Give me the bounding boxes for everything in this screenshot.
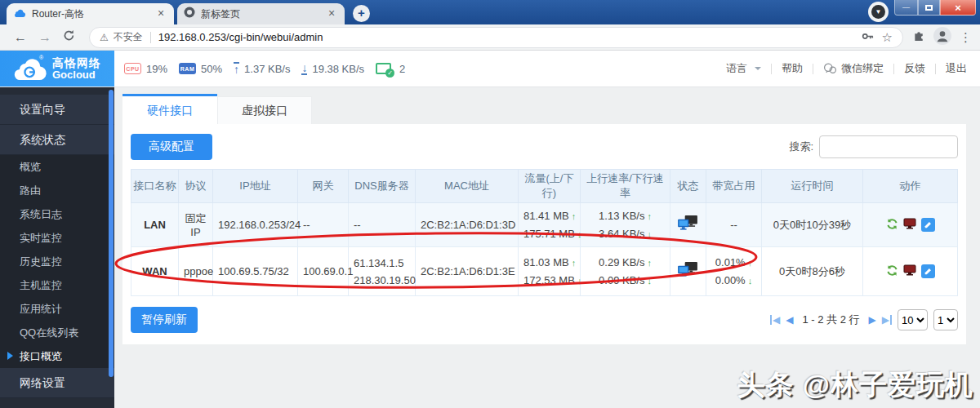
interface-table: 接口名称 协议 IP地址 网关 DNS服务器 MAC地址 流量(上/下行) 上行… bbox=[131, 169, 958, 296]
maximize-button[interactable] bbox=[918, 0, 940, 16]
advanced-config-button[interactable]: 高级配置 bbox=[131, 134, 212, 160]
forward-icon[interactable] bbox=[38, 30, 51, 45]
gocloud-logo[interactable]: ® 高恪网络 Gocloud bbox=[0, 51, 114, 86]
security-label: 不安全 bbox=[114, 30, 143, 44]
lan-mac-cell: 2C:B2:1A:D6:D1:3D bbox=[416, 203, 519, 247]
page-select[interactable]: 1 bbox=[933, 309, 958, 330]
reload-icon[interactable] bbox=[63, 29, 75, 45]
browser-address-bar: 不安全 192.168.0.253/cgi-bin/webui/admin bbox=[0, 24, 980, 51]
refresh-icon[interactable] bbox=[886, 264, 898, 279]
cpu-icon: CPU bbox=[124, 63, 141, 74]
next-page-icon[interactable] bbox=[869, 315, 876, 325]
pagination: 1 - 2 共 2 行 10 1 bbox=[770, 309, 958, 330]
newtab-favicon-icon bbox=[184, 7, 195, 21]
sidebar-item-app-stats[interactable]: 应用统计 bbox=[0, 297, 114, 321]
sidebar-section-system-status[interactable]: 系统状态 bbox=[0, 125, 114, 155]
online-devices-icon bbox=[376, 63, 391, 74]
down-arrow-icon bbox=[647, 276, 652, 286]
up-arrow-icon bbox=[647, 258, 652, 268]
sidebar-item-system-log[interactable]: 系统日志 bbox=[0, 202, 114, 226]
sidebar-item-history-monitor[interactable]: 历史监控 bbox=[0, 250, 114, 273]
up-arrow-icon bbox=[572, 258, 577, 268]
col-mac: MAC地址 bbox=[416, 170, 519, 203]
wechat-bind-link[interactable]: 微信绑定 bbox=[823, 61, 884, 76]
page-size-select[interactable]: 10 bbox=[898, 309, 928, 330]
lan-bandwidth-cell: -- bbox=[706, 203, 762, 247]
last-page-icon[interactable] bbox=[882, 315, 892, 325]
up-arrow-icon bbox=[647, 211, 652, 221]
up-arrow-icon bbox=[748, 258, 753, 268]
col-actions: 动作 bbox=[863, 170, 958, 203]
sidebar-item-interface-overview[interactable]: 接口概览 bbox=[0, 344, 114, 368]
tab-virtual-interface[interactable]: 虚拟接口 bbox=[217, 96, 312, 124]
minimize-button[interactable] bbox=[894, 0, 918, 16]
password-key-icon[interactable] bbox=[862, 30, 874, 45]
wechat-icon bbox=[823, 63, 837, 74]
feedback-link[interactable]: 反馈 bbox=[904, 61, 925, 76]
system-stats: CPU 19% RAM 50% 1.37 KB/s 19.38 KB/s 2 bbox=[124, 51, 405, 86]
lan-ip-cell: 192.168.0.253/24 bbox=[213, 203, 298, 247]
new-tab-button[interactable] bbox=[353, 5, 370, 22]
wan-ip-cell: 100.69.5.75/32 bbox=[213, 247, 298, 296]
close-tab-icon[interactable] bbox=[154, 7, 167, 20]
back-icon[interactable] bbox=[14, 30, 27, 45]
sidebar-item-qq-online-list[interactable]: QQ在线列表 bbox=[0, 321, 114, 344]
sidebar-section-network-settings[interactable]: 网络设置 bbox=[0, 368, 114, 398]
omnibox-divider bbox=[150, 32, 151, 43]
table-row-wan[interactable]: WAN pppoe 100.69.5.75/32 100.69.0.1 61.1… bbox=[131, 247, 958, 296]
close-window-button[interactable] bbox=[940, 0, 976, 16]
interface-panel: 高级配置 搜索: 接口名称 协议 bbox=[122, 124, 966, 344]
lan-status-cell bbox=[670, 203, 706, 247]
extensions-puzzle-icon[interactable] bbox=[913, 29, 925, 45]
browser-tab-newtab[interactable]: 新标签页 bbox=[177, 3, 345, 24]
tab-hardware-interface[interactable]: 硬件接口 bbox=[122, 94, 217, 124]
refresh-icon[interactable] bbox=[886, 218, 898, 233]
down-arrow-icon bbox=[748, 276, 753, 286]
table-row-lan[interactable]: LAN 固定IP 192.168.0.253/24 -- -- 2C:B2:1A… bbox=[131, 203, 958, 247]
sidebar-scrollbar[interactable] bbox=[109, 90, 114, 377]
header-menu: 语言 帮助 微信绑定 反馈 退出 bbox=[726, 51, 980, 86]
media-controls-button[interactable] bbox=[868, 2, 889, 22]
first-page-icon[interactable] bbox=[770, 315, 780, 325]
wan-bandwidth-cell: 0.01% 0.00% bbox=[706, 247, 762, 296]
col-name: 接口名称 bbox=[131, 170, 179, 203]
wan-actions-cell bbox=[863, 247, 958, 296]
upload-arrow-icon bbox=[234, 62, 239, 75]
sidebar-item-host-monitor[interactable]: 主机监控 bbox=[0, 273, 114, 297]
sidebar-item-routing[interactable]: 路由 bbox=[0, 179, 114, 202]
lan-rate-cell: 1.13 KB/s 3.64 KB/s bbox=[581, 203, 670, 247]
address-input[interactable]: 不安全 192.168.0.253/cgi-bin/webui/admin bbox=[89, 27, 903, 48]
search-input[interactable] bbox=[819, 135, 958, 158]
wan-status-cell bbox=[670, 247, 706, 296]
sidebar-item-realtime-monitor[interactable]: 实时监控 bbox=[0, 226, 114, 250]
wan-rate-cell: 0.29 KB/s 0.09 KB/s bbox=[581, 247, 670, 296]
logout-link[interactable]: 退出 bbox=[946, 61, 967, 76]
dual-monitor-status-icon bbox=[678, 262, 698, 278]
disconnect-monitor-icon[interactable] bbox=[903, 218, 916, 232]
ram-value: 50% bbox=[201, 63, 222, 75]
wan-uptime-cell: 0天0时8分6秒 bbox=[762, 247, 863, 296]
prev-page-icon[interactable] bbox=[786, 315, 793, 325]
sidebar-section-setup-wizard[interactable]: 设置向导 bbox=[0, 95, 114, 125]
col-traffic: 流量(上/下行) bbox=[519, 170, 581, 203]
edit-icon[interactable] bbox=[921, 218, 935, 232]
pause-refresh-button[interactable]: 暂停刷新 bbox=[131, 307, 198, 333]
media-down-arrow-icon bbox=[871, 5, 885, 19]
sidebar-item-overview[interactable]: 概览 bbox=[0, 155, 114, 179]
close-tab-icon[interactable] bbox=[325, 7, 338, 20]
browser-tab-router[interactable]: Router-高恪 bbox=[7, 3, 174, 24]
not-secure-warning-icon[interactable] bbox=[100, 32, 109, 43]
lan-actions-cell bbox=[863, 203, 958, 247]
download-speed: 19.38 KB/s bbox=[312, 63, 364, 75]
app-header: ® 高恪网络 Gocloud CPU 19% RAM 50% 1.37 KB/s… bbox=[0, 51, 980, 87]
browser-menu-icon[interactable] bbox=[960, 30, 972, 45]
help-link[interactable]: 帮助 bbox=[782, 61, 803, 76]
bookmark-star-icon[interactable] bbox=[882, 30, 893, 45]
col-protocol: 协议 bbox=[179, 170, 213, 203]
logo-title: 高恪网络 bbox=[52, 57, 101, 69]
wan-mac-cell: 2C:B2:1A:D6:D1:3E bbox=[416, 247, 519, 296]
language-menu[interactable]: 语言 bbox=[726, 61, 761, 76]
profile-avatar-icon[interactable] bbox=[933, 27, 951, 48]
disconnect-monitor-icon[interactable] bbox=[903, 264, 916, 278]
edit-icon[interactable] bbox=[921, 264, 935, 278]
